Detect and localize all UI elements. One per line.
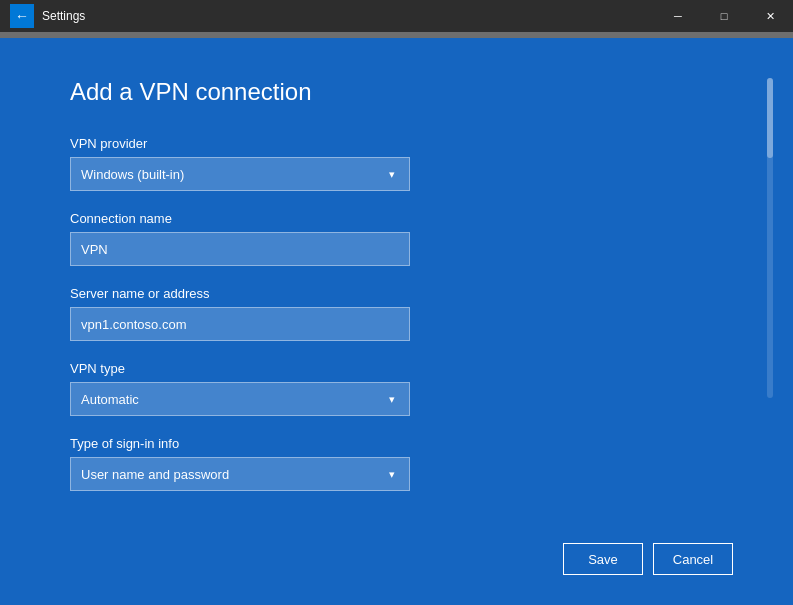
connection-name-input[interactable] [70, 232, 410, 266]
vpn-provider-arrow[interactable]: ▾ [375, 157, 409, 191]
vpn-type-label: VPN type [70, 361, 743, 376]
back-icon: ← [15, 8, 29, 24]
vpn-type-dropdown[interactable]: Automatic ▾ [70, 382, 410, 416]
title-bar-controls: ─ □ ✕ [655, 0, 793, 32]
connection-name-label: Connection name [70, 211, 743, 226]
bottom-buttons: Save Cancel [563, 543, 733, 575]
vpn-type-value: Automatic [71, 392, 375, 407]
sign-in-type-section: Type of sign-in info User name and passw… [70, 436, 743, 491]
title-bar-title: Settings [42, 9, 85, 23]
main-content: Add a VPN connection VPN provider Window… [0, 38, 793, 605]
vpn-provider-dropdown[interactable]: Windows (built-in) ▾ [70, 157, 410, 191]
scroll-track[interactable] [767, 78, 773, 398]
vpn-provider-value: Windows (built-in) [71, 167, 375, 182]
cancel-button[interactable]: Cancel [653, 543, 733, 575]
scroll-thumb [767, 78, 773, 158]
connection-name-section: Connection name [70, 211, 743, 266]
sign-in-type-label: Type of sign-in info [70, 436, 743, 451]
sign-in-type-arrow[interactable]: ▾ [375, 457, 409, 491]
server-name-label: Server name or address [70, 286, 743, 301]
maximize-icon: □ [721, 10, 728, 22]
title-bar-left: ← Settings [10, 4, 85, 28]
maximize-button[interactable]: □ [701, 0, 747, 32]
vpn-provider-section: VPN provider Windows (built-in) ▾ [70, 136, 743, 191]
sign-in-type-value: User name and password [71, 467, 375, 482]
minimize-button[interactable]: ─ [655, 0, 701, 32]
title-bar: ← Settings ─ □ ✕ [0, 0, 793, 32]
vpn-type-section: VPN type Automatic ▾ [70, 361, 743, 416]
vpn-type-arrow[interactable]: ▾ [375, 382, 409, 416]
minimize-icon: ─ [674, 10, 682, 22]
page-title: Add a VPN connection [70, 78, 743, 106]
close-button[interactable]: ✕ [747, 0, 793, 32]
back-button[interactable]: ← [10, 4, 34, 28]
close-icon: ✕ [766, 10, 775, 23]
server-name-input[interactable] [70, 307, 410, 341]
server-name-section: Server name or address [70, 286, 743, 341]
save-button[interactable]: Save [563, 543, 643, 575]
vpn-provider-label: VPN provider [70, 136, 743, 151]
sign-in-type-dropdown[interactable]: User name and password ▾ [70, 457, 410, 491]
